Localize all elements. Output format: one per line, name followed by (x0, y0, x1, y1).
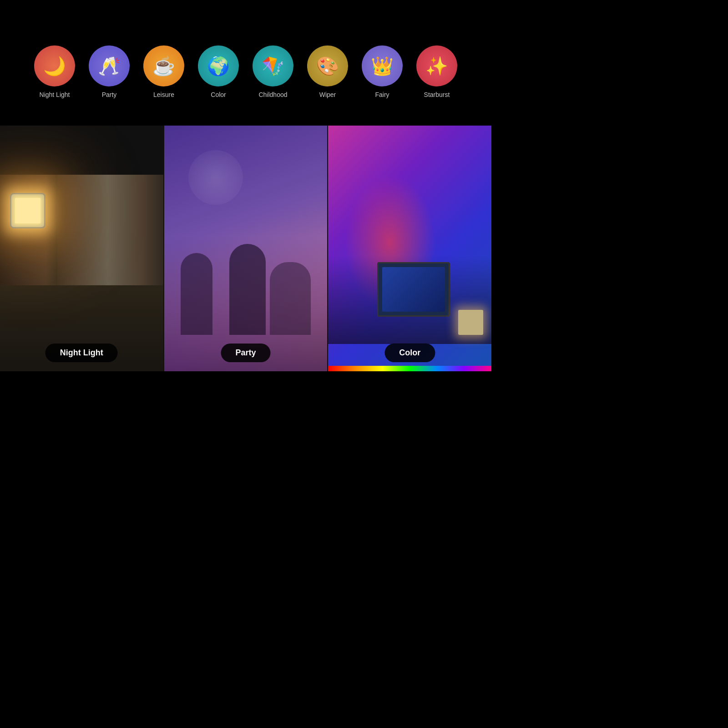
mode-icon-leisure: ☕ (143, 46, 184, 86)
mode-label-party: Party (102, 91, 117, 98)
photo-panel-color-photo: Color (328, 126, 491, 371)
mode-label-fairy: Fairy (375, 91, 389, 98)
mode-icon-color: 🌍 (198, 46, 239, 86)
mode-icon-starburst: ✨ (416, 46, 457, 86)
mode-item-childhood[interactable]: 🪁Childhood (250, 46, 296, 98)
mode-label-wiper: Wiper (319, 91, 336, 98)
photo-label-night-light-photo: Night Light (46, 344, 118, 362)
mode-icon-wiper: 🎨 (307, 46, 348, 86)
mode-item-wiper[interactable]: 🎨Wiper (305, 46, 350, 98)
mode-item-color[interactable]: 🌍Color (196, 46, 241, 98)
photo-label-party-photo: Party (221, 344, 270, 362)
mode-icon-party: 🥂 (89, 46, 130, 86)
mode-item-fairy[interactable]: 👑Fairy (359, 46, 405, 98)
mode-label-childhood: Childhood (258, 91, 287, 98)
mode-icon-fairy: 👑 (362, 46, 403, 86)
party-scene (164, 126, 328, 371)
photo-panel-night-light-photo: Night Light (0, 126, 163, 371)
photo-panel-party-photo: Party (164, 126, 328, 371)
mode-item-leisure[interactable]: ☕Leisure (141, 46, 187, 98)
mode-item-starburst[interactable]: ✨Starburst (414, 46, 460, 98)
mode-label-starburst: Starburst (424, 91, 450, 98)
modes-row: 🌙Night Light🥂Party☕Leisure🌍Color🪁Childho… (27, 36, 464, 116)
ceiling (0, 126, 163, 175)
monitor (377, 262, 450, 317)
rainbow-bar (328, 366, 491, 371)
mode-label-night-light: Night Light (40, 91, 70, 98)
mode-item-night-light[interactable]: 🌙Night Light (32, 46, 77, 98)
mode-icon-childhood: 🪁 (253, 46, 293, 86)
photos-section: Night Light Party Color (0, 126, 491, 371)
mode-item-party[interactable]: 🥂Party (86, 46, 132, 98)
night-light-scene (0, 126, 163, 371)
wall-device (11, 194, 44, 227)
mode-label-color: Color (211, 91, 226, 98)
mode-icon-night-light: 🌙 (34, 46, 75, 86)
photo-label-color-photo: Color (384, 344, 435, 362)
top-section: 🌙Night Light🥂Party☕Leisure🌍Color🪁Childho… (0, 0, 491, 126)
mode-label-leisure: Leisure (153, 91, 174, 98)
color-scene (328, 126, 491, 371)
